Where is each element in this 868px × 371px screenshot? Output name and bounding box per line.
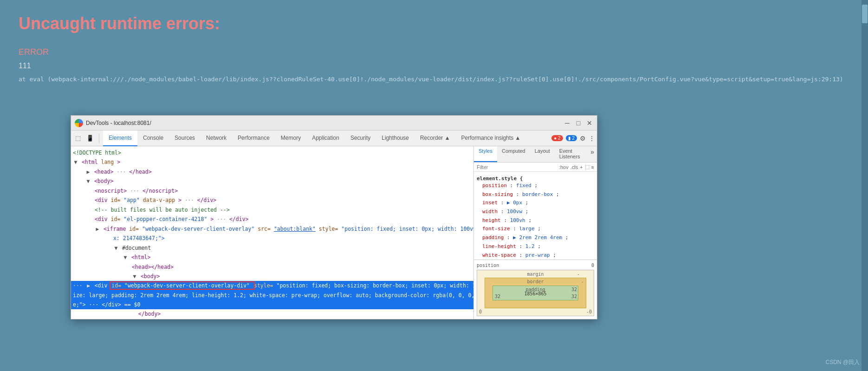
expand-arrow[interactable]: ▼ (73, 158, 78, 166)
styles-subtab-event-listeners[interactable]: Event Listeners (555, 146, 588, 162)
position-label: position (477, 263, 499, 268)
warning-badge: ▮ 2 (566, 135, 577, 141)
page-scrollbar-thumb (862, 5, 868, 23)
minimize-button[interactable]: ─ (564, 119, 571, 127)
styles-subtab-styles[interactable]: Styles (474, 146, 497, 162)
styles-panel: Styles Computed Layout Event Listeners »… (474, 146, 597, 319)
styles-filter-icons: :hov .cls + ⬚ ≡ (559, 164, 594, 170)
border-dash: - (581, 279, 584, 284)
content-size: 1856×865 (524, 291, 546, 296)
margin-label: margin (527, 272, 544, 277)
devtools-titlebar: DevTools - localhost:8081/ ─ □ ✕ (71, 116, 597, 130)
hov-filter[interactable]: :hov (559, 164, 569, 170)
expand-arrow-inner-body[interactable]: ▼ (132, 272, 137, 280)
bottom-left-value: 0 (479, 309, 482, 314)
mobile-icon[interactable]: 📱 (85, 133, 95, 143)
elem-close-body-inner: </body> (71, 309, 473, 319)
padding-zone: padding 32 1856×865 32 32 (492, 286, 578, 300)
elem-html[interactable]: ▼ <html lang > (71, 157, 473, 167)
styles-more-button[interactable]: » (588, 146, 597, 162)
page-scrollbar[interactable] (862, 0, 868, 371)
box-model-diagram: margin - border - padding 32 1856×865 (477, 270, 594, 316)
tab-elements[interactable]: Elements (103, 130, 137, 146)
overflow-style-icon[interactable]: ≡ (591, 164, 594, 170)
box-model-label: position 0 (477, 263, 594, 268)
style-prop-inset: inset : ▶ 0px ; (477, 199, 594, 208)
add-style-icon[interactable]: + (580, 164, 583, 170)
position-value: 0 (591, 263, 594, 268)
restore-button[interactable]: □ (575, 119, 582, 127)
style-prop-position: position : fixed ; (477, 182, 594, 190)
expand-arrow-doc[interactable]: ▼ (113, 244, 119, 252)
elem-inner-html[interactable]: ▼ <html> (71, 253, 473, 262)
elements-panel: <!DOCTYPE html> ▼ <html lang > ▶ <head> … (71, 146, 474, 319)
elem-inner-head[interactable]: <head></head> (71, 262, 473, 272)
left-value: 32 (495, 294, 500, 299)
style-prop-font-size: font-size : large ; (477, 225, 594, 234)
close-button[interactable]: ✕ (586, 119, 593, 127)
elem-comment-auto: <!-- built files will be auto injected -… (71, 205, 473, 215)
style-prop-white-space: white-space : pre-wrap ; (477, 251, 594, 260)
more-icon[interactable]: ⋮ (589, 135, 595, 142)
elem-iframe-cont: x: 2147483647;"> (71, 234, 473, 243)
expand-arrow-head[interactable]: ▶ (85, 168, 91, 176)
devtools-window: DevTools - localhost:8081/ ─ □ ✕ ⬚ 📱 Ele… (71, 115, 597, 319)
styles-filter-input[interactable] (477, 164, 559, 170)
style-prop-height: height : 100vh ; (477, 216, 594, 225)
error-label: ERROR (19, 47, 849, 57)
elem-div-overlay-cont1: ize: large; padding: 2rem 2rem 4rem; lin… (71, 291, 473, 300)
cls-filter[interactable]: .cls (570, 164, 578, 170)
elem-div-overlay-cont2: e;"> ··· </div> == $0 (71, 300, 473, 309)
tab-security[interactable]: Security (345, 130, 376, 146)
tab-recorder[interactable]: Recorder ▲ (415, 130, 456, 146)
styles-filter-bar: :hov .cls + ⬚ ≡ (474, 163, 597, 172)
style-prop-box-sizing: box-sizing : border-box ; (477, 190, 594, 199)
cursor-icon[interactable]: ⬚ (73, 133, 83, 143)
tab-performance-insights[interactable]: Performance insights ▲ (456, 130, 526, 146)
elem-div-popper[interactable]: <div id= "el-popper-container-4218" > ··… (71, 215, 473, 224)
styles-tabs: Styles Computed Layout Event Listeners » (474, 146, 597, 163)
devtools-controls: ─ □ ✕ (564, 119, 593, 127)
devtools-main: <!DOCTYPE html> ▼ <html lang > ▶ <head> … (71, 146, 597, 319)
box-model-section: position 0 margin - border - padding 32 (474, 260, 597, 319)
tab-memory[interactable]: Memory (275, 130, 306, 146)
elem-div-overlay[interactable]: ··· ▶ <div id= "webpack-dev-server-clien… (71, 281, 473, 290)
csdn-watermark: CSDN @田入 (825, 358, 860, 366)
devtools-tab-bar: ⬚ 📱 Elements Console Sources Network Per… (71, 130, 597, 146)
expand-arrow-body[interactable]: ▼ (85, 177, 91, 185)
expand-arrow-div[interactable]: ▶ (86, 281, 91, 290)
styles-content: element.style { position : fixed ; box-s… (474, 172, 597, 260)
error-badge: ● 2 (551, 135, 563, 141)
highlighted-id: id= "webpack-dev-server-client-overlay-d… (110, 282, 254, 289)
devtools-tab-icons: ⬚ 📱 (73, 133, 99, 143)
elem-inner-body[interactable]: ▼ <body> (71, 272, 473, 281)
bottom-right-value: -0 (586, 309, 592, 314)
inspect-style-icon[interactable]: ⬚ (585, 164, 589, 170)
expand-arrow-iframe[interactable]: ▶ (95, 225, 100, 233)
tab-performance[interactable]: Performance (232, 130, 275, 146)
right-value: 32 (571, 294, 577, 299)
gear-icon[interactable]: ⚙ (580, 135, 586, 142)
tab-network[interactable]: Network (201, 130, 232, 146)
error-number: 111 (19, 62, 849, 70)
error-title: Uncaught runtime errors: (19, 14, 849, 33)
styles-subtab-layout[interactable]: Layout (530, 146, 555, 162)
style-prop-line-height: line-height : 1.2 ; (477, 242, 594, 251)
elem-div-app[interactable]: <div id= "app" data-v-app > ··· </div> (71, 195, 473, 205)
elem-body[interactable]: ▼ <body> (71, 176, 473, 186)
tab-lighthouse[interactable]: Lighthouse (376, 130, 415, 146)
elem-head[interactable]: ▶ <head> ··· </head> (71, 167, 473, 177)
elem-document[interactable]: ▼ #document (71, 243, 473, 253)
element-style-header: element.style { (477, 176, 594, 182)
styles-subtab-computed[interactable]: Computed (497, 146, 530, 162)
elem-noscript[interactable]: <noscript> ··· </noscript> (71, 186, 473, 196)
margin-dash-right: - (577, 272, 580, 277)
style-prop-width: width : 100vw ; (477, 208, 594, 216)
three-dots-before: ··· (73, 282, 83, 289)
expand-arrow-inner-html[interactable]: ▼ (123, 253, 128, 261)
tab-sources[interactable]: Sources (169, 130, 201, 146)
elem-iframe[interactable]: ▶ <iframe id= "webpack-dev-server-client… (71, 224, 473, 234)
padding-value-right: 32 (571, 287, 577, 292)
tab-application[interactable]: Application (306, 130, 345, 146)
tab-console[interactable]: Console (137, 130, 169, 146)
